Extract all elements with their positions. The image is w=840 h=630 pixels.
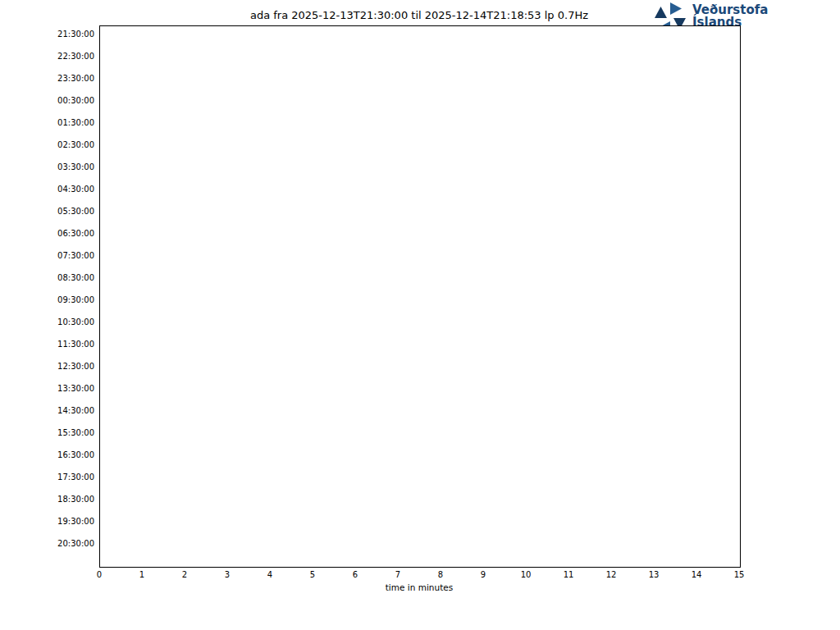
y-tick-label: 13:30:00 — [0, 384, 94, 394]
y-tick-label: 16:30:00 — [0, 450, 94, 460]
x-tick-label: 2 — [168, 570, 201, 580]
x-tick-label: 1 — [126, 570, 158, 580]
x-tick-label: 0 — [83, 570, 116, 580]
x-tick-label: 12 — [595, 570, 628, 580]
y-tick-label: 22:30:00 — [0, 52, 94, 62]
plot-border — [99, 25, 741, 568]
x-axis-title: time in minutes — [99, 582, 739, 592]
y-tick-label: 02:30:00 — [0, 140, 94, 150]
y-tick-label: 18:30:00 — [0, 495, 94, 504]
y-tick-label: 05:30:00 — [0, 207, 94, 217]
x-tick-label: 15 — [723, 570, 756, 580]
x-tick-label: 4 — [253, 570, 286, 580]
x-tick-label: 7 — [381, 570, 414, 580]
y-tick-label: 03:30:00 — [0, 162, 94, 172]
y-tick-label: 23:30:00 — [0, 74, 94, 84]
x-tick-label: 3 — [211, 570, 244, 580]
x-tick-label: 10 — [509, 570, 542, 580]
y-tick-label: 07:30:00 — [0, 251, 94, 261]
helicorder-page: ada fra 2025-12-13T21:30:00 til 2025-12-… — [0, 0, 840, 630]
y-tick-label: 01:30:00 — [0, 118, 94, 128]
y-tick-label: 21:30:00 — [0, 30, 94, 39]
y-tick-label: 11:30:00 — [0, 340, 94, 349]
y-tick-label: 14:30:00 — [0, 406, 94, 416]
y-tick-label: 08:30:00 — [0, 273, 94, 283]
y-tick-label: 20:30:00 — [0, 539, 94, 549]
chart-title: ada fra 2025-12-13T21:30:00 til 2025-12-… — [99, 9, 739, 21]
y-tick-label: 04:30:00 — [0, 185, 94, 194]
x-tick-label: 14 — [680, 570, 713, 580]
x-tick-label: 9 — [467, 570, 500, 580]
y-tick-label: 15:30:00 — [0, 428, 94, 438]
y-tick-label: 12:30:00 — [0, 362, 94, 372]
y-tick-label: 10:30:00 — [0, 317, 94, 327]
x-tick-label: 11 — [552, 570, 585, 580]
x-tick-label: 13 — [637, 570, 670, 580]
x-tick-label: 8 — [424, 570, 457, 580]
x-tick-label: 5 — [296, 570, 329, 580]
y-tick-label: 06:30:00 — [0, 229, 94, 239]
y-tick-label: 17:30:00 — [0, 472, 94, 482]
y-tick-label: 00:30:00 — [0, 96, 94, 106]
x-tick-label: 6 — [339, 570, 372, 580]
y-tick-label: 19:30:00 — [0, 517, 94, 527]
y-tick-label: 09:30:00 — [0, 295, 94, 305]
